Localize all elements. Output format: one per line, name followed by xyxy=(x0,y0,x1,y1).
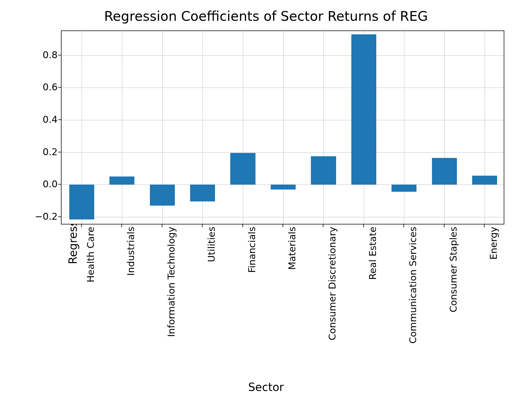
x-tick-label: Consumer Discretionary xyxy=(327,227,338,371)
y-tick-mark xyxy=(58,87,61,88)
x-tick-label: Communication Services xyxy=(407,227,418,371)
grid-line-horizontal xyxy=(62,88,504,88)
x-tick-label: Industrials xyxy=(125,227,136,371)
x-tick-label: Financials xyxy=(246,227,257,371)
grid-line-vertical xyxy=(444,31,445,224)
grid-line-vertical xyxy=(404,31,404,224)
bar xyxy=(271,185,296,190)
y-tick-label: 0.0 xyxy=(13,178,58,190)
y-tick-mark xyxy=(58,55,61,55)
x-tick-mark xyxy=(121,224,122,227)
x-tick-label: Health Care xyxy=(85,227,96,371)
bar xyxy=(392,185,416,192)
bar xyxy=(311,156,336,185)
bar xyxy=(69,185,94,219)
x-tick-mark xyxy=(444,224,444,227)
y-tick-label: 0.2 xyxy=(13,146,58,157)
y-tick-mark xyxy=(58,216,61,217)
x-tick-label: Utilities xyxy=(206,227,217,371)
x-tick-mark xyxy=(403,224,404,227)
y-tick-label: 0.6 xyxy=(13,81,58,93)
grid-line-vertical xyxy=(323,31,324,224)
x-tick-label: Energy xyxy=(488,227,499,371)
bar xyxy=(351,34,376,185)
x-tick-mark xyxy=(242,224,243,227)
y-tick-label: 0.8 xyxy=(13,49,58,60)
x-tick-mark xyxy=(283,224,283,227)
bar xyxy=(472,176,497,185)
x-axis-label: Sector xyxy=(0,381,532,393)
grid-line-vertical xyxy=(485,31,485,224)
x-tick-mark xyxy=(162,224,162,227)
y-tick-label: 0.4 xyxy=(13,114,58,125)
x-tick-mark xyxy=(202,224,203,227)
bar xyxy=(150,185,175,206)
x-tick-mark xyxy=(323,224,323,227)
x-tick-label: Real Estate xyxy=(367,227,378,371)
bar xyxy=(190,185,215,201)
grid-line-vertical xyxy=(243,31,243,224)
grid-line-horizontal xyxy=(62,120,504,120)
x-tick-mark xyxy=(81,224,82,227)
y-tick-mark xyxy=(58,119,61,120)
bar xyxy=(109,177,134,185)
bar xyxy=(230,153,255,185)
x-tick-label: Information Technology xyxy=(166,227,177,371)
grid-line-horizontal xyxy=(62,55,504,56)
x-tick-mark xyxy=(484,224,485,227)
grid-line-horizontal xyxy=(62,152,504,153)
x-tick-label: Consumer Staples xyxy=(448,227,459,371)
plot-area xyxy=(61,30,504,224)
bar xyxy=(432,158,457,185)
grid-line-horizontal xyxy=(62,217,504,217)
chart-title: Regression Coefficients of Sector Return… xyxy=(0,8,532,24)
grid-line-vertical xyxy=(283,31,283,224)
x-tick-label: Materials xyxy=(287,227,298,371)
y-tick-mark xyxy=(58,184,61,185)
y-tick-mark xyxy=(58,152,61,152)
x-tick-mark xyxy=(363,224,364,227)
grid-line-vertical xyxy=(122,31,122,224)
y-tick-label: −0.2 xyxy=(13,211,58,222)
chart-container: Regression Coefficients of Sector Return… xyxy=(0,0,532,399)
